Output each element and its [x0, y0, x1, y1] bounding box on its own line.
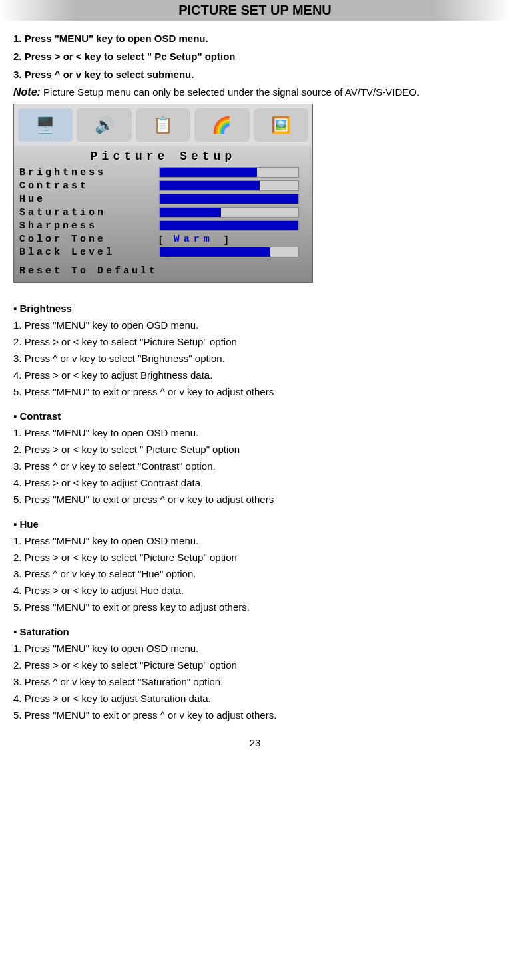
- osd-reset-to-default: Reset To Default: [14, 259, 312, 282]
- scene-tab-icon: 🖼️: [254, 108, 308, 142]
- intro-step: 1. Press "MENU" key to open OSD menu.: [13, 33, 497, 44]
- bracket-right: ]: [214, 234, 228, 245]
- step: 1. Press "MENU" key to open OSD menu.: [13, 427, 497, 438]
- intro-block: 1. Press "MENU" key to open OSD menu. 2.…: [13, 33, 497, 80]
- osd-label: Sharpness: [19, 220, 159, 232]
- osd-row-hue: Hue: [14, 192, 312, 206]
- step: 4. Press > or < key to adjust Contrast d…: [13, 477, 497, 488]
- osd-row-black-level: Black Level: [14, 245, 312, 259]
- sound-tab-icon: 🔊: [77, 108, 131, 142]
- osd-label: Brightness: [19, 167, 159, 178]
- osd-row-contrast: Contrast: [14, 179, 312, 192]
- section-heading: ▪ Saturation: [13, 626, 497, 637]
- section-hue: ▪ Hue 1. Press "MENU" key to open OSD me…: [13, 518, 497, 613]
- osd-row-color-tone: Color Tone [ Warm ]: [14, 232, 312, 245]
- section-heading: ▪ Hue: [13, 518, 497, 530]
- osd-label: Contrast: [19, 180, 159, 192]
- section-brightness: ▪ Brightness 1. Press "MENU" key to open…: [13, 303, 497, 397]
- step: 4. Press > or < key to adjust Saturation…: [13, 693, 497, 704]
- osd-slider: [159, 207, 299, 218]
- step: 5. Press "MENU" to exit or press ^ or v …: [13, 386, 497, 397]
- osd-slider: [159, 180, 299, 191]
- osd-slider: [159, 194, 299, 204]
- step: 5. Press "MENU" to exit or press key to …: [13, 601, 497, 613]
- osd-menu-title: Picture Setup: [14, 146, 312, 166]
- step: 1. Press "MENU" key to open OSD menu.: [13, 643, 497, 654]
- osd-row-saturation: Saturation: [14, 206, 312, 219]
- step: 2. Press > or < key to select " Picture …: [13, 444, 497, 455]
- note-label: Note:: [13, 86, 41, 98]
- osd-row-brightness: Brightness: [14, 166, 312, 179]
- osd-row-sharpness: Sharpness: [14, 219, 312, 232]
- page-number: 23: [13, 737, 497, 748]
- bracket-left: [: [159, 234, 174, 245]
- step: 3. Press ^ or v key to select "Saturatio…: [13, 676, 497, 687]
- step: 5. Press "MENU" to exit or press ^ or v …: [13, 494, 497, 505]
- osd-label: Color Tone: [19, 234, 159, 245]
- color-tab-icon: 🌈: [194, 108, 249, 142]
- intro-step: 2. Press > or < key to select " Pc Setup…: [13, 51, 497, 62]
- osd-label: Black Level: [19, 247, 159, 258]
- intro-step: 3. Press ^ or v key to select submenu.: [13, 69, 497, 80]
- step: 2. Press > or < key to select "Picture S…: [13, 659, 497, 671]
- note-line: Note: Picture Setup menu can only be sel…: [13, 86, 497, 98]
- osd-slider: [159, 247, 299, 257]
- osd-text-value: Warm: [174, 234, 214, 245]
- osd-slider: [159, 220, 299, 231]
- section-saturation: ▪ Saturation 1. Press "MENU" key to open…: [13, 626, 497, 721]
- step: 4. Press > or < key to adjust Hue data.: [13, 585, 497, 596]
- step: 2. Press > or < key to select "Picture S…: [13, 336, 497, 347]
- step: 2. Press > or < key to select "Picture S…: [13, 552, 497, 563]
- step: 5. Press "MENU" to exit or press ^ or v …: [13, 709, 497, 721]
- step: 3. Press ^ or v key to select "Hue" opti…: [13, 568, 497, 579]
- section-heading: ▪ Contrast: [13, 410, 497, 422]
- section-contrast: ▪ Contrast 1. Press "MENU" key to open O…: [13, 410, 497, 505]
- step: 1. Press "MENU" key to open OSD menu.: [13, 535, 497, 546]
- osd-screenshot: 🖥️ 🔊 📋 🌈 🖼️ Picture Setup Brightness Con…: [13, 104, 313, 283]
- section-heading: ▪ Brightness: [13, 303, 497, 314]
- step: 4. Press > or < key to adjust Brightness…: [13, 369, 497, 381]
- step: 1. Press "MENU" key to open OSD menu.: [13, 319, 497, 331]
- picture-tab-icon: 🖥️: [18, 108, 73, 142]
- osd-tab-row: 🖥️ 🔊 📋 🌈 🖼️: [14, 104, 312, 146]
- step: 3. Press ^ or v key to select "Brightnes…: [13, 353, 497, 364]
- page-title: PICTURE SET UP MENU: [0, 0, 510, 21]
- step: 3. Press ^ or v key to select "Contrast"…: [13, 460, 497, 472]
- menu-tab-icon: 📋: [136, 108, 190, 142]
- note-text: Picture Setup menu can only be selected …: [41, 86, 419, 98]
- osd-label: Saturation: [19, 207, 159, 218]
- osd-slider: [159, 167, 299, 178]
- osd-label: Hue: [19, 194, 159, 205]
